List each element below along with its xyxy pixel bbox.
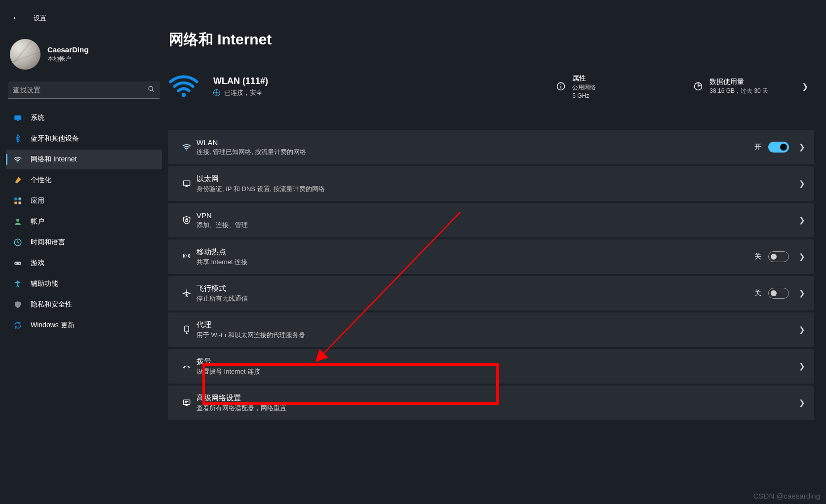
pie-icon	[693, 81, 704, 92]
sidebar-item-privacy[interactable]: 隐私和安全性	[6, 295, 162, 314]
svg-point-0	[149, 86, 153, 90]
card-sub: 连接, 管理已知网络, 按流量计费的网络	[197, 148, 306, 156]
chevron-right-icon: ❯	[796, 143, 805, 152]
card-title: 移动热点	[197, 247, 247, 257]
brush-icon	[13, 175, 23, 185]
svg-point-25	[188, 367, 189, 368]
profile-name: CaesarDing	[47, 45, 88, 54]
svg-rect-6	[19, 197, 21, 200]
sidebar-item-label: 时间和语言	[31, 238, 65, 247]
profile-sub: 本地帐户	[47, 55, 88, 63]
svg-point-14	[182, 93, 186, 97]
chevron-right-icon: ❯	[796, 289, 805, 298]
svg-rect-3	[17, 120, 19, 121]
svg-rect-2	[14, 116, 21, 120]
avatar	[10, 39, 40, 70]
card-dialup[interactable]: 拨号设置拨号 Internet 连接❯	[168, 349, 814, 384]
sidebar-item-time[interactable]: 时间和语言	[6, 233, 162, 252]
svg-point-24	[184, 367, 185, 368]
chevron-right-icon: ❯	[796, 362, 805, 371]
update-icon	[13, 320, 23, 330]
profile-block[interactable]: CaesarDing 本地帐户	[4, 32, 164, 78]
toggle-label: 关	[754, 252, 761, 261]
usage-title: 数据使用量	[709, 78, 768, 86]
toggle-hotspot[interactable]	[768, 251, 789, 262]
toggle-wlan[interactable]	[768, 142, 789, 153]
back-button[interactable]: ←	[10, 11, 23, 25]
sidebar-item-label: 系统	[31, 114, 44, 122]
props-title: 属性	[572, 74, 596, 83]
card-airplane[interactable]: 飞行模式停止所有无线通信关❯	[168, 276, 814, 310]
card-wlan[interactable]: WLAN连接, 管理已知网络, 按流量计费的网络开❯	[168, 130, 814, 164]
apps-icon	[13, 196, 23, 206]
card-hotspot[interactable]: 移动热点共享 Internet 连接关❯	[168, 239, 814, 274]
sidebar-item-apps[interactable]: 应用	[6, 191, 162, 211]
svg-point-4	[17, 161, 18, 162]
advanced-icon	[177, 398, 197, 408]
svg-rect-5	[14, 197, 17, 200]
toggle-label: 开	[754, 143, 761, 152]
dialup-icon	[177, 361, 197, 371]
sidebar-item-label: 应用	[31, 196, 44, 205]
sidebar-item-label: 个性化	[31, 176, 51, 185]
chevron-right-icon: ❯	[796, 325, 805, 334]
sidebar-item-network[interactable]: 网络和 Internet	[6, 150, 162, 169]
a11y-icon	[13, 279, 23, 289]
toggle-airplane[interactable]	[768, 288, 789, 299]
card-proxy[interactable]: 代理用于 Wi-Fi 和以太网连接的代理服务器❯	[168, 312, 814, 347]
card-eth[interactable]: 以太网身份验证, IP 和 DNS 设置, 按流量计费的网络❯	[168, 166, 814, 201]
svg-rect-7	[14, 202, 17, 204]
sidebar-item-label: 网络和 Internet	[31, 155, 77, 164]
svg-point-12	[19, 263, 20, 264]
sidebar-item-label: 蓝牙和其他设备	[31, 134, 79, 143]
sidebar-item-personalize[interactable]: 个性化	[6, 170, 162, 190]
svg-point-17	[560, 84, 561, 85]
svg-point-22	[186, 255, 187, 256]
watermark: CSDN @caesarding	[753, 492, 820, 500]
card-sub: 停止所有无线通信	[197, 294, 248, 303]
usage-line1: 38.16 GB，过去 30 天	[709, 87, 768, 95]
vpn-icon	[177, 215, 197, 225]
card-sub: 查看所有网络适配器，网络重置	[197, 404, 286, 413]
monitor-icon	[13, 113, 23, 123]
data-usage-block[interactable]: 数据使用量 38.16 GB，过去 30 天	[693, 78, 768, 95]
card-sub: 身份验证, IP 和 DNS 设置, 按流量计费的网络	[197, 185, 325, 194]
chevron-right-icon: ❯	[796, 216, 805, 225]
sidebar-item-system[interactable]: 系统	[6, 108, 162, 128]
card-title: 代理	[197, 320, 305, 330]
svg-rect-8	[19, 202, 21, 204]
clock-icon	[13, 237, 23, 247]
props-line2: 5 GHz	[572, 92, 596, 99]
properties-block[interactable]: 属性 公用网络 5 GHz	[555, 74, 596, 99]
connection-status: 已连接，安全	[224, 88, 263, 97]
svg-rect-23	[185, 326, 189, 332]
svg-point-9	[16, 219, 19, 222]
svg-point-13	[17, 280, 19, 282]
card-title: 以太网	[197, 174, 325, 184]
sidebar-item-accounts[interactable]: 帐户	[6, 212, 162, 232]
svg-line-1	[152, 90, 154, 91]
user-icon	[13, 217, 23, 227]
card-sub: 添加、连接、管理	[197, 221, 248, 230]
search-icon	[148, 85, 155, 94]
card-advanced[interactable]: 高级网络设置查看所有网络适配器，网络重置❯	[168, 386, 814, 420]
sidebar-item-label: 帐户	[31, 217, 44, 226]
sidebar-item-update[interactable]: Windows 更新	[6, 315, 162, 335]
card-title: WLAN	[197, 138, 306, 147]
search-box[interactable]	[8, 81, 160, 99]
sidebar-item-label: 隐私和安全性	[31, 300, 72, 309]
search-input[interactable]	[13, 86, 148, 94]
card-sub: 用于 Wi-Fi 和以太网连接的代理服务器	[197, 331, 305, 340]
props-line1: 公用网络	[572, 83, 596, 92]
sidebar-item-bluetooth[interactable]: 蓝牙和其他设备	[6, 129, 162, 149]
usage-chevron[interactable]: ❯	[782, 82, 814, 91]
eth-icon	[177, 179, 197, 189]
card-title: 高级网络设置	[197, 393, 286, 403]
sidebar-item-gaming[interactable]: 游戏	[6, 253, 162, 273]
sidebar-item-a11y[interactable]: 辅助功能	[6, 274, 162, 294]
card-vpn[interactable]: VPN添加、连接、管理❯	[168, 203, 814, 237]
shield-icon	[13, 300, 23, 310]
airplane-icon	[177, 288, 197, 298]
svg-rect-26	[183, 400, 190, 404]
wifi-icon	[13, 155, 23, 164]
